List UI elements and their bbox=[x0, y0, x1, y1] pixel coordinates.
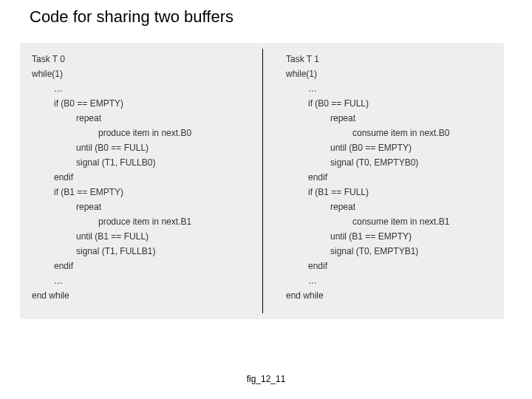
vertical-separator bbox=[262, 49, 263, 313]
task-t1-column: Task T 1 while(1) … if (B0 == FULL) repe… bbox=[286, 52, 508, 303]
task-t0-column: Task T 0 while(1) … if (B0 == EMPTY) rep… bbox=[32, 52, 253, 303]
code-line: if (B0 == EMPTY) bbox=[32, 96, 253, 111]
code-line: end while bbox=[286, 288, 508, 303]
code-line: Task T 0 bbox=[32, 52, 253, 66]
code-line: … bbox=[32, 81, 253, 96]
code-line: while(1) bbox=[286, 66, 508, 81]
code-line: signal (T1, FULLB0) bbox=[32, 155, 253, 170]
code-line: consume item in next.B0 bbox=[286, 126, 508, 140]
code-line: if (B1 == FULL) bbox=[286, 185, 508, 200]
code-line: repeat bbox=[286, 111, 508, 126]
code-line: … bbox=[32, 273, 253, 288]
code-line: repeat bbox=[32, 200, 253, 214]
code-panel: Task T 0 while(1) … if (B0 == EMPTY) rep… bbox=[20, 43, 504, 319]
slide: Code for sharing two buffers Task T 0 wh… bbox=[0, 0, 532, 399]
code-line: until (B1 == FULL) bbox=[32, 229, 253, 244]
code-line: consume item in next.B1 bbox=[286, 214, 508, 229]
code-line: … bbox=[286, 81, 508, 96]
code-line: end while bbox=[32, 288, 253, 303]
code-line: repeat bbox=[32, 111, 253, 126]
code-line: signal (T0, EMPTYB0) bbox=[286, 155, 508, 170]
slide-title: Code for sharing two buffers bbox=[30, 7, 233, 27]
code-line: until (B1 == EMPTY) bbox=[286, 229, 508, 244]
code-line: while(1) bbox=[32, 66, 253, 81]
code-line: endif bbox=[286, 170, 508, 185]
code-line: if (B0 == FULL) bbox=[286, 96, 508, 111]
code-line: endif bbox=[32, 259, 253, 273]
code-line: until (B0 == FULL) bbox=[32, 140, 253, 155]
figure-caption: fig_12_11 bbox=[0, 374, 532, 384]
code-line: until (B0 == EMPTY) bbox=[286, 140, 508, 155]
code-line: produce item in next.B0 bbox=[32, 126, 253, 140]
code-line: if (B1 == EMPTY) bbox=[32, 185, 253, 200]
code-line: signal (T0, EMPTYB1) bbox=[286, 244, 508, 259]
code-line: Task T 1 bbox=[286, 52, 508, 66]
code-line: endif bbox=[32, 170, 253, 185]
code-line: produce item in next.B1 bbox=[32, 214, 253, 229]
code-line: … bbox=[286, 273, 508, 288]
code-line: endif bbox=[286, 259, 508, 273]
code-line: signal (T1, FULLB1) bbox=[32, 244, 253, 259]
code-line: repeat bbox=[286, 200, 508, 214]
